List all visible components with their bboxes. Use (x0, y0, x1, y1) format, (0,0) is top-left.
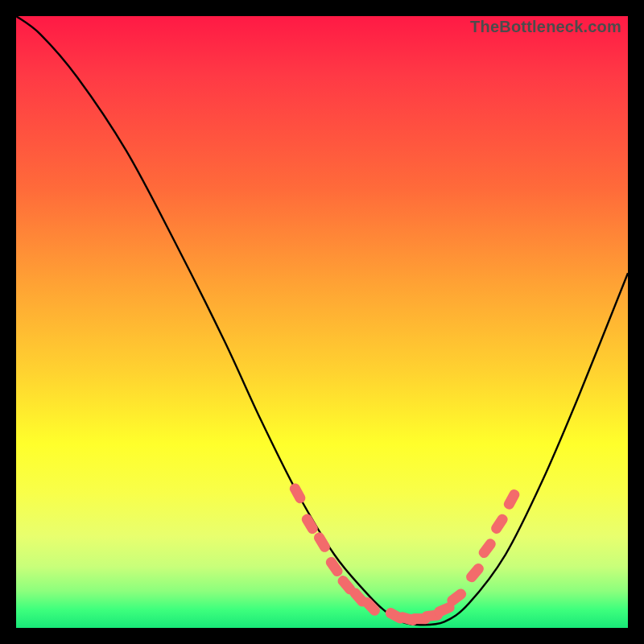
chart-svg (16, 16, 628, 628)
curve-marker (464, 561, 486, 584)
watermark-text: TheBottleneck.com (470, 18, 621, 36)
curve-marker (300, 512, 320, 535)
curve-marker (477, 537, 497, 560)
curve-marker (502, 488, 522, 511)
chart-frame: TheBottleneck.com (16, 16, 628, 628)
marker-group (288, 481, 522, 626)
curve-marker (312, 530, 332, 554)
curve-marker (288, 481, 308, 505)
curve-marker (324, 555, 345, 579)
curve-marker (489, 512, 510, 535)
